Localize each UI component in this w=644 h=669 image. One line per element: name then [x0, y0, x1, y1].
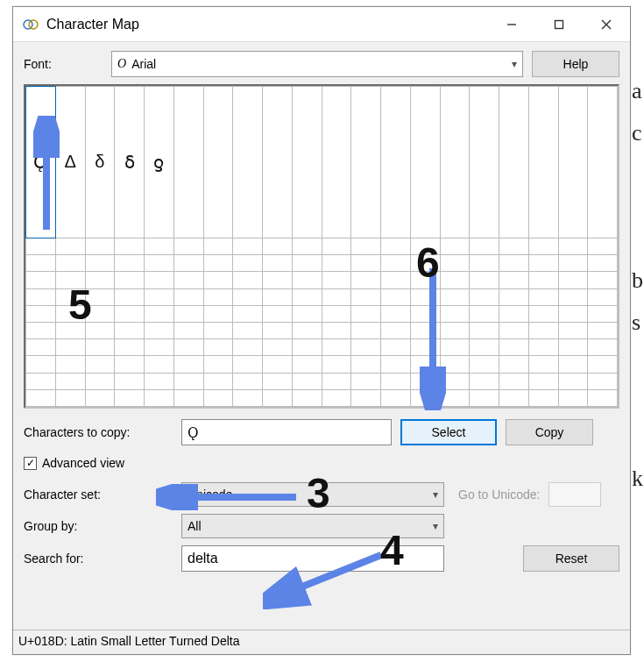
character-cell[interactable] — [145, 238, 174, 254]
character-cell[interactable] — [55, 272, 85, 288]
help-button[interactable]: Help — [532, 51, 619, 77]
character-cell[interactable] — [470, 305, 499, 322]
character-cell[interactable] — [440, 255, 470, 272]
character-cell[interactable] — [588, 356, 618, 373]
character-cell[interactable] — [115, 238, 145, 254]
character-cell[interactable] — [115, 272, 145, 288]
character-cell[interactable] — [410, 255, 440, 272]
character-cell[interactable] — [528, 87, 558, 238]
character-cell[interactable] — [85, 255, 115, 272]
character-cell[interactable] — [381, 389, 411, 406]
character-cell[interactable] — [470, 356, 499, 373]
character-cell[interactable] — [588, 305, 618, 322]
character-cell[interactable] — [263, 238, 293, 254]
character-cell[interactable] — [115, 255, 145, 272]
character-cell[interactable] — [351, 255, 381, 272]
character-cell[interactable] — [263, 389, 293, 406]
character-cell[interactable] — [410, 356, 440, 373]
character-cell[interactable] — [410, 389, 440, 406]
minimize-button[interactable] — [488, 7, 535, 42]
character-cell[interactable] — [145, 389, 174, 406]
character-cell[interactable] — [85, 339, 115, 356]
character-cell[interactable] — [173, 238, 203, 254]
character-cell[interactable] — [470, 373, 499, 389]
character-cell[interactable] — [233, 272, 263, 288]
character-cell[interactable] — [351, 238, 381, 254]
reset-button[interactable]: Reset — [523, 545, 619, 572]
character-cell[interactable] — [292, 339, 322, 356]
character-cell[interactable] — [322, 255, 351, 272]
character-cell[interactable] — [233, 322, 263, 338]
character-cell[interactable] — [292, 255, 322, 272]
character-cell[interactable] — [440, 272, 470, 288]
character-cell[interactable] — [263, 339, 293, 356]
character-cell[interactable] — [263, 322, 293, 338]
character-cell[interactable] — [351, 87, 381, 238]
character-cell[interactable] — [499, 238, 529, 254]
character-cell[interactable] — [558, 288, 588, 305]
character-cell[interactable] — [173, 87, 203, 238]
character-cell[interactable] — [263, 356, 293, 373]
character-cell[interactable] — [440, 305, 470, 322]
character-cell[interactable] — [292, 356, 322, 373]
character-cell[interactable] — [145, 322, 174, 338]
character-cell[interactable] — [351, 305, 381, 322]
characters-to-copy-input[interactable] — [181, 419, 392, 445]
character-cell[interactable] — [85, 288, 115, 305]
character-cell[interactable] — [203, 373, 233, 389]
character-cell[interactable] — [381, 272, 411, 288]
character-cell[interactable] — [173, 339, 203, 356]
character-cell[interactable] — [470, 389, 499, 406]
character-cell[interactable] — [470, 255, 499, 272]
character-cell[interactable] — [322, 373, 351, 389]
character-cell[interactable] — [85, 389, 115, 406]
character-cell[interactable] — [292, 238, 322, 254]
character-cell[interactable] — [470, 238, 499, 254]
character-cell[interactable] — [55, 238, 85, 254]
maximize-button[interactable] — [535, 7, 583, 42]
character-cell[interactable] — [26, 305, 56, 322]
character-cell[interactable] — [410, 272, 440, 288]
character-cell[interactable] — [173, 389, 203, 406]
character-cell[interactable] — [410, 288, 440, 305]
character-cell[interactable] — [499, 288, 529, 305]
character-cell[interactable] — [292, 288, 322, 305]
character-cell[interactable] — [558, 272, 588, 288]
character-cell[interactable] — [203, 87, 233, 238]
character-cell[interactable] — [322, 288, 351, 305]
close-button[interactable] — [583, 7, 630, 42]
character-cell[interactable] — [26, 339, 56, 356]
character-cell[interactable] — [55, 288, 85, 305]
character-cell[interactable] — [233, 305, 263, 322]
character-cell[interactable] — [381, 322, 411, 338]
character-cell[interactable] — [470, 288, 499, 305]
charset-combobox[interactable]: Unicode ▾ — [181, 482, 444, 507]
search-input[interactable] — [181, 545, 444, 572]
character-cell[interactable] — [410, 87, 440, 238]
character-cell[interactable] — [528, 255, 558, 272]
character-cell[interactable] — [528, 339, 558, 356]
character-cell[interactable] — [381, 238, 411, 254]
character-cell[interactable] — [499, 339, 529, 356]
character-cell[interactable] — [322, 339, 351, 356]
character-cell[interactable] — [115, 322, 145, 338]
character-cell[interactable] — [528, 322, 558, 338]
character-cell[interactable] — [292, 322, 322, 338]
character-cell[interactable] — [528, 272, 558, 288]
select-button[interactable]: Select — [400, 419, 497, 445]
character-cell[interactable] — [470, 322, 499, 338]
advanced-view-checkbox[interactable]: ✓ — [24, 457, 37, 470]
character-grid[interactable]: ǪΔδẟƍ — [25, 86, 618, 407]
character-cell[interactable] — [26, 389, 56, 406]
character-cell[interactable] — [440, 288, 470, 305]
character-cell[interactable] — [203, 255, 233, 272]
character-cell[interactable] — [55, 389, 85, 406]
character-cell[interactable] — [381, 356, 411, 373]
character-cell[interactable] — [145, 305, 174, 322]
character-cell[interactable] — [440, 322, 470, 338]
character-cell[interactable] — [292, 87, 322, 238]
character-cell[interactable] — [588, 322, 618, 338]
character-cell[interactable] — [233, 373, 263, 389]
character-cell[interactable] — [470, 87, 499, 238]
character-cell[interactable] — [381, 255, 411, 272]
